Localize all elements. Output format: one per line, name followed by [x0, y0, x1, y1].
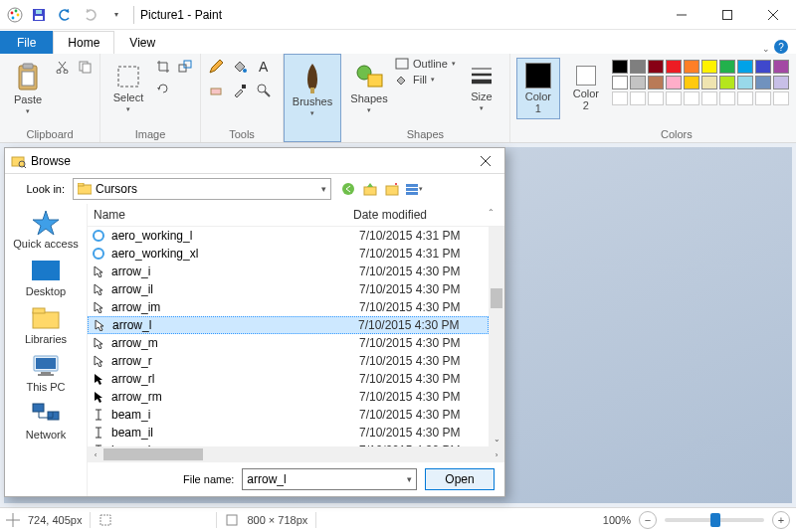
ribbon-collapse-icon[interactable]: ⌄	[762, 44, 770, 54]
file-row[interactable]: arrow_i7/10/2015 4:30 PM	[88, 263, 489, 280]
copy-icon[interactable]	[76, 58, 94, 76]
file-row[interactable]: aero_working_l7/10/2015 4:31 PM	[88, 227, 489, 245]
undo-icon[interactable]	[54, 4, 76, 26]
magnifier-icon[interactable]	[255, 82, 273, 99]
save-icon[interactable]	[28, 4, 50, 26]
palette-swatch-empty[interactable]	[612, 91, 628, 105]
views-icon[interactable]: ▾	[405, 180, 423, 198]
new-folder-icon[interactable]	[383, 180, 401, 198]
zoom-out-button[interactable]: −	[639, 511, 657, 529]
palette-swatch-empty[interactable]	[755, 91, 771, 105]
file-row[interactable]: arrow_rm7/10/2015 4:30 PM	[88, 388, 489, 406]
fill-icon[interactable]	[231, 58, 249, 76]
lookin-combo[interactable]: Cursors ▾	[73, 178, 331, 200]
select-button[interactable]: Select ▾	[106, 58, 150, 119]
color-palette[interactable]	[612, 58, 789, 105]
palette-swatch-empty[interactable]	[773, 91, 789, 105]
text-icon[interactable]: A	[255, 58, 273, 76]
paste-button[interactable]: Paste ▾	[6, 58, 50, 119]
horizontal-scrollbar[interactable]: ‹ ›	[88, 446, 504, 462]
open-button[interactable]: Open	[425, 468, 495, 490]
size-button[interactable]: Size ▾	[460, 58, 503, 119]
close-button[interactable]	[750, 0, 796, 29]
minimize-button[interactable]	[659, 0, 704, 29]
palette-swatch-empty[interactable]	[684, 91, 699, 105]
color2-button[interactable]: Color 2	[564, 58, 608, 119]
place-network[interactable]: Network	[26, 401, 66, 441]
file-list[interactable]: aero_working_l7/10/2015 4:31 PMaero_work…	[88, 227, 489, 446]
brushes-button[interactable]: Brushes ▾	[291, 59, 334, 120]
eraser-icon[interactable]	[207, 82, 225, 99]
palette-swatch[interactable]	[666, 76, 682, 89]
zoom-slider[interactable]	[665, 518, 764, 522]
help-icon[interactable]: ?	[774, 40, 788, 54]
palette-swatch[interactable]	[737, 60, 753, 74]
back-icon[interactable]	[339, 180, 357, 198]
palette-swatch-empty[interactable]	[666, 91, 682, 105]
dialog-titlebar[interactable]: Browse	[5, 148, 504, 174]
file-row[interactable]: arrow_m7/10/2015 4:30 PM	[88, 334, 489, 352]
palette-swatch[interactable]	[612, 76, 628, 89]
file-row[interactable]: arrow_l7/10/2015 4:30 PM	[88, 316, 489, 334]
palette-swatch[interactable]	[630, 76, 646, 89]
palette-swatch[interactable]	[648, 76, 664, 89]
eyedropper-icon[interactable]	[231, 82, 249, 99]
place-libraries[interactable]: Libraries	[25, 305, 67, 345]
col-name[interactable]: Name	[94, 208, 353, 222]
crop-icon[interactable]	[154, 58, 172, 76]
col-date[interactable]: Date modified	[353, 208, 483, 222]
place-desktop[interactable]: Desktop	[26, 258, 66, 297]
palette-swatch[interactable]	[701, 76, 717, 89]
scroll-up-icon[interactable]: ⌃	[483, 208, 498, 222]
zoom-in-button[interactable]: +	[772, 511, 790, 529]
pencil-icon[interactable]	[207, 58, 225, 76]
filename-combo[interactable]: arrow_l ▾	[242, 468, 417, 490]
palette-swatch-empty[interactable]	[719, 91, 735, 105]
palette-swatch[interactable]	[755, 60, 771, 74]
file-row[interactable]: beam_i7/10/2015 4:30 PM	[88, 406, 489, 424]
palette-swatch[interactable]	[684, 76, 699, 89]
file-list-header[interactable]: Name Date modified ⌃	[88, 204, 504, 227]
file-row[interactable]: beam_il7/10/2015 4:30 PM	[88, 424, 489, 442]
palette-swatch[interactable]	[701, 60, 717, 74]
cut-icon[interactable]	[54, 58, 72, 76]
scroll-down-icon[interactable]: ⌄	[489, 431, 504, 446]
file-row[interactable]: aero_working_xl7/10/2015 4:31 PM	[88, 245, 489, 263]
resize-icon[interactable]	[176, 58, 194, 76]
dialog-close-button[interactable]	[473, 151, 498, 171]
up-icon[interactable]	[361, 180, 379, 198]
scroll-right-icon[interactable]: ›	[489, 450, 504, 459]
file-row[interactable]: arrow_il7/10/2015 4:30 PM	[88, 280, 489, 298]
shapes-button[interactable]: Shapes ▾	[347, 58, 391, 119]
redo-icon[interactable]	[80, 4, 101, 26]
scroll-left-icon[interactable]: ‹	[88, 450, 103, 459]
palette-swatch[interactable]	[737, 76, 753, 89]
tab-view[interactable]: View	[114, 31, 170, 54]
scrollbar-thumb[interactable]	[491, 288, 502, 308]
tab-file[interactable]: File	[0, 31, 53, 54]
color1-button[interactable]: Color 1	[516, 58, 560, 119]
palette-swatch[interactable]	[773, 60, 789, 74]
palette-swatch-empty[interactable]	[701, 91, 717, 105]
palette-swatch[interactable]	[773, 76, 789, 89]
hscrollbar-thumb[interactable]	[103, 448, 203, 460]
palette-swatch[interactable]	[684, 60, 699, 74]
rotate-icon[interactable]	[154, 80, 172, 97]
maximize-button[interactable]	[704, 0, 750, 29]
qat-customize-icon[interactable]: ▾	[105, 4, 127, 26]
palette-swatch[interactable]	[719, 76, 735, 89]
file-row[interactable]: arrow_im7/10/2015 4:30 PM	[88, 298, 489, 316]
palette-swatch[interactable]	[612, 60, 628, 74]
outline-button[interactable]: Outline▾	[395, 58, 456, 70]
place-quick-access[interactable]: Quick access	[13, 210, 78, 250]
palette-swatch[interactable]	[755, 76, 771, 89]
palette-swatch-empty[interactable]	[648, 91, 664, 105]
fill-button[interactable]: Fill▾	[395, 74, 456, 86]
tab-home[interactable]: Home	[53, 31, 114, 54]
place-this-pc[interactable]: This PC	[26, 353, 65, 393]
palette-swatch[interactable]	[630, 60, 646, 74]
palette-swatch-empty[interactable]	[630, 91, 646, 105]
vertical-scrollbar[interactable]: ⌄	[489, 227, 504, 446]
palette-swatch[interactable]	[666, 60, 682, 74]
palette-swatch-empty[interactable]	[737, 91, 753, 105]
